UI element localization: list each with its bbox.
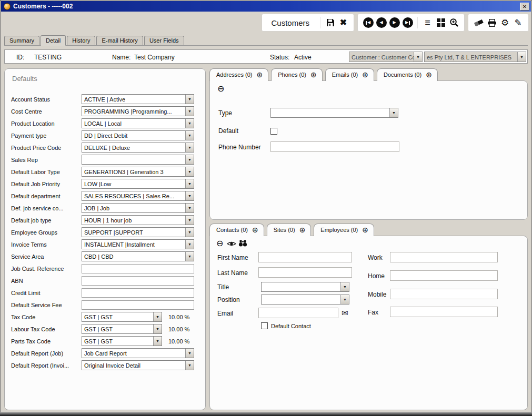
window-close-button[interactable]: ✕ xyxy=(520,3,529,11)
tab-detail[interactable]: Detail xyxy=(41,35,66,46)
find-button[interactable] xyxy=(238,239,247,247)
mobile-phone-input[interactable] xyxy=(390,289,498,299)
dropdown-arrow-icon[interactable]: ▼ xyxy=(153,337,162,346)
settings-button[interactable]: ⚙ xyxy=(498,16,511,29)
dropdown-arrow-icon[interactable]: ▼ xyxy=(517,52,526,62)
dropdown-arrow-icon[interactable]: ▼ xyxy=(185,107,194,116)
default-contact-checkbox[interactable] xyxy=(261,322,268,329)
next-record-button[interactable]: ▶ xyxy=(388,16,401,29)
dropdown-arrow-icon[interactable]: ▼ xyxy=(185,167,194,176)
dropdown-arrow-icon[interactable]: ▼ xyxy=(389,108,398,117)
dropdown-arrow-icon[interactable]: ▼ xyxy=(185,119,194,128)
payment-type-select[interactable]: DD | Direct Debit▼ xyxy=(82,130,194,140)
collapse-section-button[interactable]: ⊖ xyxy=(216,239,223,248)
dropdown-arrow-icon[interactable]: ▼ xyxy=(185,349,194,358)
previous-record-button[interactable]: ◀ xyxy=(375,16,388,29)
def-job-service-code-select[interactable]: JOB | Job▼ xyxy=(82,203,194,213)
zoom-button[interactable] xyxy=(447,16,460,29)
add-phones-button[interactable]: ⊕ xyxy=(310,71,317,78)
tab-emails[interactable]: Emails (0)⊕ xyxy=(325,68,374,81)
dropdown-arrow-icon[interactable]: ▼ xyxy=(185,204,194,212)
record-select[interactable]: es Pty Ltd, T & L ENTERPRISES ▼ xyxy=(424,52,526,62)
home-phone-input[interactable] xyxy=(390,270,498,281)
default-address-checkbox[interactable] xyxy=(270,128,277,135)
dropdown-arrow-icon[interactable]: ▼ xyxy=(185,155,194,164)
default-department-select[interactable]: SALES RESOURCES | Sales Re...▼ xyxy=(82,191,194,201)
first-record-button[interactable]: ◀ xyxy=(362,16,375,29)
tab-sites[interactable]: Sites (0)⊕ xyxy=(267,224,312,236)
dropdown-arrow-icon[interactable]: ▼ xyxy=(185,252,194,261)
default-report-job-select[interactable]: Job Card Report▼ xyxy=(82,348,194,358)
list-view-button[interactable]: ≡ xyxy=(421,16,434,29)
default-report-invoice-select[interactable]: Original Invoice Detail▼ xyxy=(82,360,194,370)
dropdown-arrow-icon[interactable]: ▼ xyxy=(185,240,194,249)
add-sites-button[interactable]: ⊕ xyxy=(299,226,306,234)
tab-employees[interactable]: Employees (0)⊕ xyxy=(314,224,374,236)
dropdown-arrow-icon[interactable]: ▼ xyxy=(340,282,349,291)
first-name-input[interactable] xyxy=(258,252,352,262)
add-emails-button[interactable]: ⊕ xyxy=(362,71,368,78)
title-select[interactable]: ▼ xyxy=(261,282,349,292)
tab-phones[interactable]: Phones (0)⊕ xyxy=(271,68,323,81)
dropdown-arrow-icon[interactable]: ▼ xyxy=(340,295,349,304)
tab-history[interactable]: History xyxy=(67,36,95,45)
dropdown-arrow-icon[interactable]: ▼ xyxy=(185,191,194,200)
add-documents-button[interactable]: ⊕ xyxy=(426,71,432,78)
save-button[interactable] xyxy=(324,16,337,29)
dropdown-arrow-icon[interactable]: ▼ xyxy=(185,228,194,237)
dropdown-arrow-icon[interactable]: ▼ xyxy=(185,216,194,225)
email-input[interactable] xyxy=(258,308,338,318)
collapse-section-button[interactable]: ⊖ xyxy=(217,85,224,93)
dropdown-arrow-icon[interactable]: ▼ xyxy=(185,361,194,370)
tab-contacts[interactable]: Contacts (0)⊕ xyxy=(209,224,264,236)
dropdown-arrow-icon[interactable]: ▼ xyxy=(185,131,194,140)
last-name-input[interactable] xyxy=(258,267,352,278)
job-cust-reference-input[interactable] xyxy=(82,264,194,273)
add-addresses-button[interactable]: ⊕ xyxy=(256,71,263,78)
default-job-priority-select[interactable]: LOW |Low▼ xyxy=(82,179,194,189)
labour-tax-code-select[interactable]: GST | GST▼ xyxy=(82,324,162,334)
default-service-fee-input[interactable] xyxy=(82,300,194,310)
dropdown-arrow-icon[interactable]: ▼ xyxy=(153,312,162,321)
cost-centre-select[interactable]: PROGRAMMING |Programming...▼ xyxy=(82,106,194,116)
phone-number-input[interactable] xyxy=(270,141,399,152)
product-price-code-select[interactable]: DELUXE | Deluxe▼ xyxy=(82,143,194,153)
record-filter-select[interactable]: Customer : Customer Code ▼ xyxy=(349,52,423,62)
cancel-button[interactable]: ✖ xyxy=(337,16,350,29)
view-button[interactable] xyxy=(227,240,236,247)
send-email-button[interactable]: ✉ xyxy=(342,309,348,317)
add-employees-button[interactable]: ⊕ xyxy=(362,226,368,234)
tab-summary[interactable]: Summary xyxy=(4,36,39,45)
service-area-select[interactable]: CBD | CBD▼ xyxy=(82,251,194,261)
sales-rep-select[interactable]: ▼ xyxy=(82,155,194,165)
abn-input[interactable] xyxy=(82,276,194,286)
product-location-select[interactable]: LOCAL | Local▼ xyxy=(82,118,194,128)
edit-button[interactable]: ✎ xyxy=(511,16,525,29)
default-labor-type-select[interactable]: GENERATION3 | Generation 3▼ xyxy=(82,167,194,177)
last-record-button[interactable]: ▶ xyxy=(401,16,414,29)
dropdown-arrow-icon[interactable]: ▼ xyxy=(153,324,162,333)
grid-view-button[interactable] xyxy=(434,16,447,29)
parts-tax-code-select[interactable]: GST | GST▼ xyxy=(82,336,162,346)
tab-addresses[interactable]: Addresses (0)⊕ xyxy=(209,68,268,81)
dropdown-arrow-icon[interactable]: ▼ xyxy=(414,52,422,62)
position-select[interactable]: ▼ xyxy=(261,295,349,305)
account-status-select[interactable]: ACTIVE | Active▼ xyxy=(82,94,194,104)
tab-user-fields[interactable]: User Fields xyxy=(144,36,184,45)
print-button[interactable] xyxy=(485,16,498,29)
tax-code-select[interactable]: GST | GST▼ xyxy=(82,312,162,322)
tab-documents[interactable]: Documents (0)⊕ xyxy=(377,68,438,81)
work-phone-input[interactable] xyxy=(390,252,498,262)
default-job-type-select[interactable]: HOUR | 1 hour job▼ xyxy=(82,215,194,225)
dropdown-arrow-icon[interactable]: ▼ xyxy=(185,179,194,188)
invoice-terms-select[interactable]: INSTALLMENT |Installment▼ xyxy=(82,239,194,249)
tab-e-mail-history[interactable]: E-mail History xyxy=(96,36,143,45)
employee-groups-select[interactable]: SUPPORT |SUPPORT▼ xyxy=(82,227,194,237)
clear-button[interactable] xyxy=(472,16,485,29)
dropdown-arrow-icon[interactable]: ▼ xyxy=(185,143,194,152)
fax-input[interactable] xyxy=(390,307,498,317)
address-type-select[interactable]: ▼ xyxy=(270,108,398,118)
dropdown-arrow-icon[interactable]: ▼ xyxy=(185,95,194,104)
add-contacts-button[interactable]: ⊕ xyxy=(252,226,258,234)
credit-limit-input[interactable] xyxy=(82,288,194,298)
